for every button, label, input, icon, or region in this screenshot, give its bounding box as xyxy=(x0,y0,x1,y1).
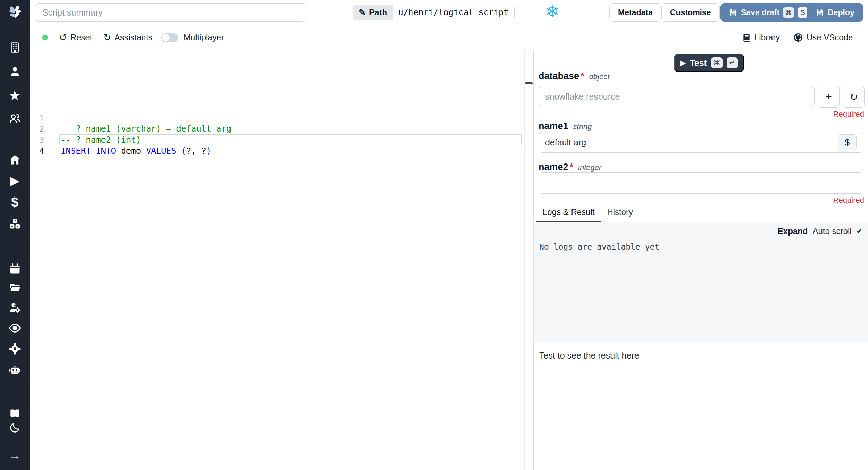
required-hint: Required xyxy=(833,196,864,205)
use-vscode-label: Use VScode xyxy=(807,33,853,42)
sidebar-item-ai[interactable] xyxy=(0,361,30,378)
code-line-4: 4 xyxy=(30,134,50,145)
code-token: ( xyxy=(181,146,186,156)
path-label-text: Path xyxy=(369,8,387,17)
windmill-logo[interactable] xyxy=(0,3,30,20)
users-icon xyxy=(9,112,21,125)
save-draft-button[interactable]: Save draft ⌘ S xyxy=(720,3,817,22)
sidebar-item-resources[interactable] xyxy=(0,216,30,232)
logs-empty-text: No logs are available yet xyxy=(539,242,659,251)
sidebar-item-groups[interactable] xyxy=(0,110,30,127)
panel-splitter[interactable] xyxy=(525,50,533,470)
sidebar-item-audit-logs[interactable] xyxy=(0,320,30,336)
library-button[interactable]: Library xyxy=(742,25,780,50)
database-input[interactable] xyxy=(539,86,815,107)
sidebar-item-settings[interactable] xyxy=(0,341,30,357)
library-book-icon xyxy=(742,33,751,42)
reset-button[interactable]: ↺ Reset xyxy=(59,25,92,50)
field-label-name1: name1 string xyxy=(539,121,592,132)
expand-button[interactable]: Expand xyxy=(778,226,808,236)
robot-icon xyxy=(8,363,22,376)
tab-history[interactable]: History xyxy=(601,207,639,222)
dark-mode-toggle[interactable] xyxy=(0,419,30,436)
required-star: * xyxy=(570,162,574,173)
code-token: VALUES xyxy=(146,146,176,156)
refresh-icon: ↻ xyxy=(850,91,858,103)
s-key: S xyxy=(798,7,808,18)
multiplayer-toggle[interactable] xyxy=(161,33,178,42)
check-icon[interactable]: ✔ xyxy=(857,227,863,236)
sidebar-item-folders[interactable] xyxy=(0,279,30,296)
field-label-name2: name2* integer xyxy=(539,162,601,173)
user-gear-icon xyxy=(8,301,22,314)
code-token: -- ? name1 (varchar) = default arg xyxy=(61,124,231,134)
code-line-3: 3 INSERT INTO demo VALUES (?, ?) xyxy=(30,123,50,134)
expand-sidebar-button[interactable]: → xyxy=(0,447,30,464)
folder-icon xyxy=(8,281,22,294)
dollar-icon: $ xyxy=(845,137,850,148)
use-vscode-button[interactable]: Use VScode xyxy=(793,25,853,50)
script-summary-input[interactable] xyxy=(35,3,306,22)
book-open-icon xyxy=(9,407,21,419)
save-icon xyxy=(816,8,824,17)
sidebar-item-variables[interactable]: $ xyxy=(0,194,30,210)
add-resource-button[interactable]: + xyxy=(818,86,840,108)
metadata-label: Metadata xyxy=(618,8,653,17)
home-icon xyxy=(9,153,21,166)
deploy-label: Deploy xyxy=(828,8,854,17)
sidebar-item-user[interactable] xyxy=(0,63,30,80)
save-draft-label: Save draft xyxy=(741,8,779,17)
sidebar-item-docs[interactable] xyxy=(0,405,30,421)
command-key-icon: ⌘ xyxy=(783,7,794,18)
line-number: 4 xyxy=(30,145,44,157)
result-pane: Test to see the result here xyxy=(534,342,868,470)
required-hint: Required xyxy=(833,110,864,119)
sidebar-item-workspace[interactable] xyxy=(0,39,30,56)
toggle-knob xyxy=(162,34,170,42)
metadata-button[interactable]: Metadata xyxy=(609,3,661,22)
test-label: Test xyxy=(690,58,707,68)
name1-input[interactable] xyxy=(539,132,863,153)
arg-name: database xyxy=(539,71,579,82)
plus-icon: + xyxy=(826,91,832,103)
reset-label: Reset xyxy=(70,33,92,42)
play-icon: ▶ xyxy=(680,59,685,67)
database-input-row: + ↻ xyxy=(539,86,865,108)
play-icon: ▶ xyxy=(10,175,19,186)
topbar: ✎ Path u/henri/logical_script ❄ Metadata… xyxy=(30,0,868,25)
refresh-resource-button[interactable]: ↻ xyxy=(843,86,865,108)
sidebar-item-schedules[interactable] xyxy=(0,260,30,277)
tab-logs-result[interactable]: Logs & Result xyxy=(536,207,601,222)
sidebar-item-favorites[interactable]: ★ xyxy=(0,87,30,104)
library-label: Library xyxy=(754,33,780,42)
autoscroll-label[interactable]: Auto scroll xyxy=(813,226,852,236)
sidebar-item-home[interactable] xyxy=(0,151,30,168)
multiplayer-label-text: Multiplayer xyxy=(184,33,224,42)
test-button[interactable]: ▶ Test ⌘ ↵ xyxy=(674,54,744,72)
customise-button[interactable]: Customise xyxy=(661,3,720,22)
run-panel: ▶ Test ⌘ ↵ database* object + ↻ Required… xyxy=(533,50,868,470)
deploy-button[interactable]: Deploy xyxy=(807,3,863,22)
assistants-button[interactable]: ↻ Assistants xyxy=(103,25,152,50)
person-icon xyxy=(9,65,21,78)
variable-picker-button[interactable]: $ xyxy=(838,134,857,150)
editor-toolbar: ↺ Reset ↻ Assistants Multiplayer Library… xyxy=(30,25,868,50)
code-token: ?, ? xyxy=(186,146,206,156)
name2-input[interactable] xyxy=(539,172,863,194)
moon-icon xyxy=(9,422,21,434)
sidebar-divider xyxy=(0,439,30,439)
current-line-highlight xyxy=(59,134,522,145)
snowflake-icon: ❄ xyxy=(545,2,559,22)
command-key-icon: ⌘ xyxy=(711,57,723,68)
sidebar-item-groups-admin[interactable] xyxy=(0,300,30,316)
path-label: ✎ Path xyxy=(353,5,393,20)
github-icon xyxy=(793,33,803,42)
star-icon: ★ xyxy=(9,89,21,102)
code-editor[interactable]: 1 -- ? name1 (varchar) = default arg 2 -… xyxy=(30,50,525,470)
arg-type: object xyxy=(589,72,610,81)
sidebar: ★ ▶ $ xyxy=(0,0,30,470)
building-icon xyxy=(9,41,21,54)
customise-label: Customise xyxy=(670,8,711,17)
path-field[interactable]: ✎ Path u/henri/logical_script xyxy=(353,5,515,20)
sidebar-item-runs[interactable]: ▶ xyxy=(0,172,30,189)
